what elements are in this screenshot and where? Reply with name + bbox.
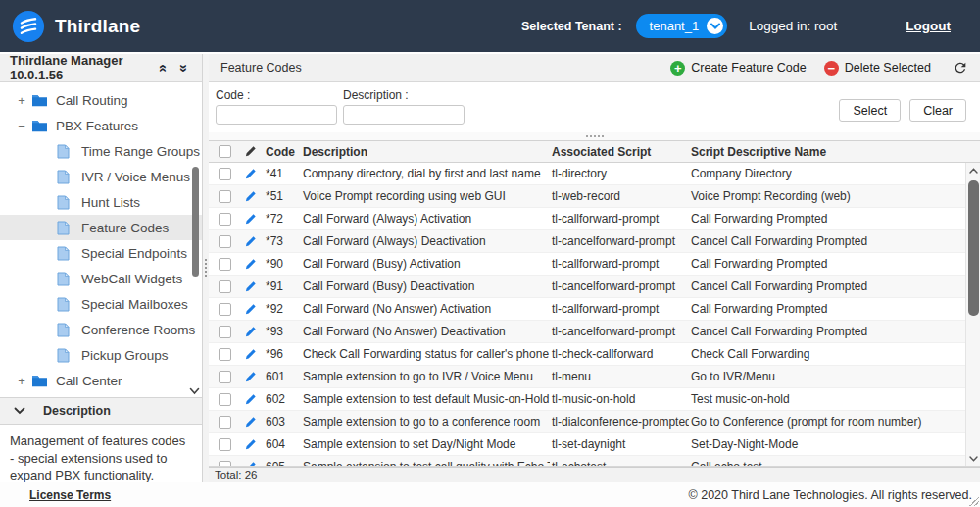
cell-code: *96	[264, 347, 301, 361]
license-terms-link[interactable]: License Terms	[29, 488, 111, 502]
table-row[interactable]: 604Sample extension to set Day/Night Mod…	[209, 433, 965, 456]
edit-pencil-icon[interactable]	[244, 280, 257, 293]
horizontal-splitter[interactable]	[209, 132, 980, 140]
select-button[interactable]: Select	[839, 99, 901, 122]
tree-expander-icon[interactable]: −	[15, 119, 28, 133]
row-checkbox[interactable]	[219, 393, 231, 406]
edit-pencil-icon[interactable]	[244, 438, 257, 451]
table-row[interactable]: *92Call Forward (No Answer) Activationtl…	[209, 298, 965, 321]
cell-script-descriptive-name: Go to IVR/Menu	[689, 370, 965, 383]
table-row[interactable]: 605Sample extension to test call quality…	[209, 456, 965, 467]
table-row[interactable]: *93Call Forward (No Answer) Deactivation…	[209, 321, 965, 343]
cell-script-descriptive-name: Check Call Forwarding	[689, 347, 965, 361]
col-header-script-descriptive-name[interactable]: Script Descriptive Name	[689, 145, 965, 159]
edit-pencil-icon[interactable]	[244, 348, 257, 361]
sidebar-item-call-routing[interactable]: +Call Routing	[0, 87, 202, 113]
sidebar-item-conference-rooms[interactable]: Conference Rooms	[0, 317, 202, 342]
row-checkbox[interactable]	[219, 280, 231, 293]
table-row[interactable]: *51Voice Prompt recording using web GUIt…	[209, 185, 965, 208]
row-checkbox[interactable]	[219, 190, 231, 203]
row-checkbox[interactable]	[219, 461, 231, 468]
resize-grip-icon[interactable]	[969, 496, 979, 506]
refresh-button[interactable]	[953, 60, 968, 76]
chevron-down-icon	[707, 18, 723, 34]
clear-button[interactable]: Clear	[909, 99, 966, 122]
cell-description: Call Forward (Always) Activation	[301, 212, 550, 226]
edit-pencil-icon[interactable]	[244, 416, 257, 429]
edit-pencil-icon[interactable]	[244, 235, 257, 248]
row-checkbox[interactable]	[219, 213, 231, 226]
table-row[interactable]: 602Sample extension to test default Musi…	[209, 388, 965, 411]
edit-pencil-icon[interactable]	[244, 393, 257, 406]
tree-expander-icon[interactable]: +	[15, 374, 28, 388]
scrollbar-thumb[interactable]	[968, 180, 979, 316]
sidebar-item-ivr-voice-menus[interactable]: IVR / Voice Menus	[0, 164, 202, 189]
table-row[interactable]: 603Sample extension to go to a conferenc…	[209, 411, 965, 433]
row-checkbox[interactable]	[219, 416, 231, 429]
sidebar-item-call-center[interactable]: +Call Center	[0, 368, 202, 393]
table-row[interactable]: 601Sample extension to go to IVR / Voice…	[209, 366, 965, 388]
cell-description: Call Forward (Always) Deactivation	[301, 234, 550, 248]
sidebar-item-pbx-features[interactable]: −PBX Features	[0, 113, 202, 138]
select-all-checkbox[interactable]	[219, 145, 231, 158]
sidebar-item-pickup-groups[interactable]: Pickup Groups	[0, 342, 202, 368]
total-bar: Total: 26	[209, 467, 980, 482]
expand-all-icon[interactable]: »	[176, 64, 191, 72]
sidebar-item-time-range-groups[interactable]: Time Range Groups	[0, 138, 202, 164]
edit-pencil-icon[interactable]	[244, 190, 257, 203]
sidebar-item-webcall-widgets[interactable]: WebCall Widgets	[0, 266, 202, 291]
table-row[interactable]: *96Check Call Forwarding status for call…	[209, 343, 965, 366]
sidebar-item-hunt-lists[interactable]: Hunt Lists	[0, 189, 202, 215]
row-checkbox[interactable]	[219, 371, 231, 383]
table-row[interactable]: *73Call Forward (Always) Deactivationtl-…	[209, 230, 965, 253]
row-checkbox[interactable]	[219, 326, 231, 338]
col-header-description[interactable]: Description	[301, 145, 550, 159]
table-row[interactable]: *90Call Forward (Busy) Activationtl-call…	[209, 253, 965, 276]
row-checkbox[interactable]	[219, 258, 231, 271]
create-feature-code-label: Create Feature Code	[691, 61, 806, 75]
row-checkbox[interactable]	[219, 303, 231, 316]
table-row[interactable]: *72Call Forward (Always) Activationtl-ca…	[209, 208, 965, 230]
delete-selected-button[interactable]: − Delete Selected	[824, 61, 931, 76]
sidebar-item-label: Call Center	[56, 374, 122, 388]
row-checkbox[interactable]	[219, 235, 231, 248]
sidebar-item-special-endpoints[interactable]: Special Endpoints	[0, 240, 202, 266]
edit-pencil-icon[interactable]	[244, 461, 257, 468]
table-scrollbar[interactable]	[965, 163, 980, 467]
cell-associated-script: tl-music-on-hold	[550, 392, 689, 406]
table-row[interactable]: *91Call Forward (Busy) Deactivationtl-ca…	[209, 276, 965, 298]
row-checkbox[interactable]	[219, 348, 231, 361]
table-row[interactable]: *41Company directory, dial by first and …	[209, 163, 965, 185]
tree-scroll-down-icon[interactable]	[189, 387, 200, 395]
collapse-all-icon[interactable]: «	[157, 64, 172, 72]
sidebar-item-feature-codes[interactable]: Feature Codes	[0, 215, 202, 240]
edit-pencil-icon[interactable]	[244, 258, 257, 271]
logout-link[interactable]: Logout	[906, 19, 951, 33]
edit-pencil-icon[interactable]	[244, 303, 257, 316]
edit-pencil-icon[interactable]	[244, 213, 257, 226]
create-feature-code-button[interactable]: + Create Feature Code	[670, 61, 806, 76]
scroll-down-icon[interactable]	[966, 452, 980, 466]
edit-pencil-icon[interactable]	[244, 326, 257, 338]
brand-name: Thirdlane	[55, 16, 140, 37]
col-header-code[interactable]: Code	[264, 145, 301, 159]
col-header-associated-script[interactable]: Associated Script	[550, 145, 689, 159]
filter-bar: Code : Description : Select Clear	[209, 82, 980, 132]
row-checkbox[interactable]	[219, 168, 231, 180]
sidebar-item-label: Hunt Lists	[81, 195, 140, 210]
tree-expander-icon[interactable]: +	[15, 93, 28, 108]
sidebar-item-special-mailboxes[interactable]: Special Mailboxes	[0, 291, 202, 317]
description-filter-input[interactable]	[343, 105, 465, 125]
cell-description: Sample extension to set Day/Night Mode	[301, 437, 550, 451]
cell-description: Sample extension to go to IVR / Voice Me…	[301, 370, 550, 383]
tree-scrollbar-thumb[interactable]	[192, 167, 199, 277]
edit-pencil-icon[interactable]	[244, 371, 257, 383]
description-header[interactable]: Description	[0, 397, 202, 425]
tenant-dropdown[interactable]: tenant_1	[636, 14, 728, 38]
scroll-up-icon[interactable]	[966, 164, 980, 177]
row-checkbox[interactable]	[219, 438, 231, 451]
cell-script-descriptive-name: Company Directory	[689, 167, 965, 180]
code-filter-input[interactable]	[216, 105, 337, 125]
edit-pencil-icon[interactable]	[244, 168, 257, 180]
cell-associated-script: tl-callforward-prompt	[550, 212, 689, 226]
